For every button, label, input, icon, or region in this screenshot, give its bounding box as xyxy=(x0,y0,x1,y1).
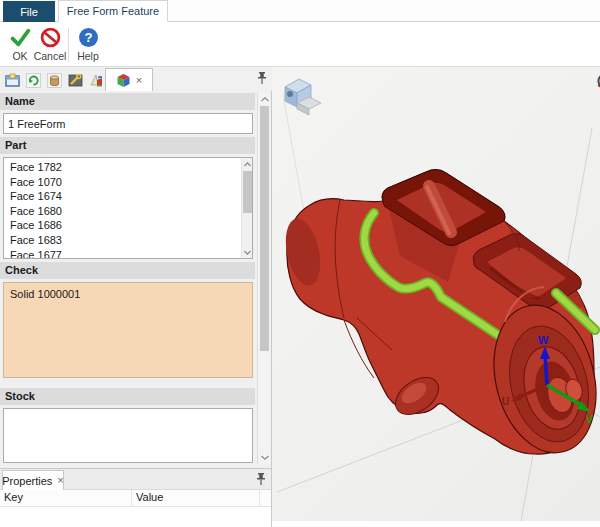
color-cube-icon xyxy=(116,73,131,88)
help-label: Help xyxy=(77,50,99,62)
ok-label: OK xyxy=(12,50,27,62)
tab-tools-icon[interactable] xyxy=(65,70,85,90)
tab-free-form-feature[interactable]: Free Form Feature xyxy=(58,0,168,22)
properties-tabstrip: Properties × xyxy=(0,469,271,490)
properties-tab-label: Properties xyxy=(2,475,52,487)
scroll-thumb[interactable] xyxy=(243,171,252,213)
face-list-item[interactable]: Face 1782 xyxy=(4,160,241,175)
part-face-list[interactable]: Face 1782Face 1070Face 1674Face 1680Face… xyxy=(3,157,253,259)
ribbon-toolbar: OK Cancel ? Help xyxy=(0,22,600,67)
name-input[interactable] xyxy=(3,113,253,134)
view-orientation-thumbnail[interactable] xyxy=(285,79,321,115)
ribbon-tabbar: File Free Form Feature xyxy=(0,0,600,22)
face-list-item[interactable]: Face 1686 xyxy=(4,218,241,233)
column-divider[interactable] xyxy=(259,490,260,507)
tab-package-icon[interactable] xyxy=(2,70,22,90)
close-panel-tab-icon[interactable]: × xyxy=(136,75,142,86)
cancel-label: Cancel xyxy=(34,50,67,62)
part-list-scrollbar[interactable] xyxy=(241,158,252,258)
help-button[interactable]: ? Help xyxy=(72,24,104,65)
prohibition-icon xyxy=(40,27,61,48)
tab-file[interactable]: File xyxy=(3,1,55,22)
cancel-button[interactable]: Cancel xyxy=(34,24,66,65)
scroll-up-icon[interactable] xyxy=(242,158,253,170)
toolbar-separator xyxy=(68,28,69,62)
column-header-value[interactable]: Value xyxy=(136,491,163,503)
scroll-down-icon[interactable] xyxy=(258,451,271,463)
svg-text:?: ? xyxy=(84,30,92,45)
question-icon: ? xyxy=(78,27,99,48)
tab-stock-cylinder-icon[interactable] xyxy=(44,70,64,90)
w-axis-label: W xyxy=(538,334,549,346)
feature-parameters-panel: × Name Part Face 1782Face 1070Face 1674F… xyxy=(0,67,272,468)
column-divider[interactable] xyxy=(131,490,132,507)
stock-list[interactable] xyxy=(3,408,253,463)
section-header-check: Check xyxy=(0,262,255,279)
face-list-item[interactable]: Face 1677 xyxy=(4,248,241,259)
3d-viewport[interactable]: U W V xyxy=(272,67,600,521)
app-window: File Free Form Feature OK Cancel ? Help xyxy=(0,0,600,527)
face-list-item[interactable]: Face 1680 xyxy=(4,204,241,219)
model-free-form-part[interactable] xyxy=(280,170,600,464)
panel-tabstrip: × xyxy=(0,67,272,91)
tab-properties[interactable]: Properties × xyxy=(2,470,64,490)
ok-button[interactable]: OK xyxy=(4,24,36,65)
properties-column-headers: Key Value xyxy=(0,490,271,507)
u-axis-label: U xyxy=(502,396,509,407)
tab-paint-icon[interactable] xyxy=(86,70,106,90)
check-icon xyxy=(10,27,31,48)
check-list-item[interactable]: Solid 1000001 xyxy=(4,287,250,302)
face-list-item[interactable]: Face 1070 xyxy=(4,175,241,190)
column-header-key[interactable]: Key xyxy=(4,491,23,503)
tab-refresh-icon[interactable] xyxy=(23,70,43,90)
tab-free-form-active[interactable]: × xyxy=(105,68,153,91)
rotate-view-icon[interactable] xyxy=(596,72,600,90)
3d-scene: U W V xyxy=(272,67,600,521)
properties-panel: Properties × Key Value xyxy=(0,468,272,527)
face-list-item[interactable]: Face 1674 xyxy=(4,189,241,204)
section-header-part: Part xyxy=(0,137,255,154)
pin-icon[interactable] xyxy=(255,472,267,486)
scroll-down-icon[interactable] xyxy=(242,246,253,258)
scroll-thumb[interactable] xyxy=(260,106,269,351)
scroll-up-icon[interactable] xyxy=(258,93,271,105)
section-header-stock: Stock xyxy=(0,388,255,405)
w-axis xyxy=(545,355,547,385)
check-list[interactable]: Solid 1000001 xyxy=(3,282,253,378)
pin-icon[interactable] xyxy=(256,71,268,85)
close-properties-icon[interactable]: × xyxy=(57,475,63,486)
face-list-item[interactable]: Face 1683 xyxy=(4,233,241,248)
section-header-name: Name xyxy=(0,93,255,110)
panel-scrollbar[interactable] xyxy=(257,92,270,464)
v-axis-label: V xyxy=(586,413,594,425)
